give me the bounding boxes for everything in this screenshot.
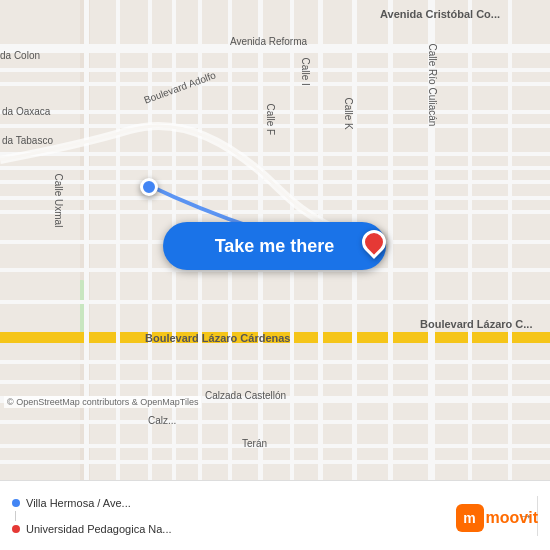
street-label-calle-k: Calle K: [343, 98, 354, 130]
from-label: Villa Hermosa / Ave...: [26, 497, 131, 509]
route-info: Villa Hermosa / Ave... Universidad Pedag…: [12, 495, 515, 537]
street-label-lazaro2: Boulevard Lázaro C...: [420, 318, 532, 330]
svg-rect-26: [84, 0, 89, 480]
svg-rect-28: [148, 0, 152, 480]
street-label-cristobal: Avenida Cristóbal Co...: [380, 8, 500, 20]
svg-rect-27: [116, 0, 120, 480]
dest-dot-icon: [12, 525, 20, 533]
destination-marker: [362, 230, 386, 254]
street-label-tabasco: da Tabasco: [2, 135, 53, 146]
moovit-logo: m moovit: [456, 504, 538, 532]
moovit-text: moovit: [486, 509, 538, 527]
svg-rect-36: [388, 0, 393, 480]
map-container: Avenida Cristóbal Co... Avenida Reforma …: [0, 0, 550, 480]
svg-rect-12: [0, 166, 550, 170]
to-label: Universidad Pedagogica Na...: [26, 523, 172, 535]
svg-rect-23: [0, 420, 550, 424]
street-label-reforma: Avenida Reforma: [230, 36, 307, 47]
svg-rect-20: [0, 360, 550, 364]
osm-attribution: © OpenStreetMap contributors & OpenMapTi…: [4, 396, 201, 408]
street-label-lazaro: Boulevard Lázaro Cárdenas: [145, 332, 291, 344]
svg-rect-25: [0, 460, 550, 464]
bottom-bar: Villa Hermosa / Ave... Universidad Pedag…: [0, 480, 550, 550]
svg-rect-15: [0, 210, 550, 214]
street-label-uxmal: Calle Uxmal: [53, 174, 64, 228]
svg-rect-24: [0, 444, 550, 448]
street-label-rio-culiacan: Calle Río Culiacán: [427, 44, 438, 127]
svg-rect-21: [0, 380, 550, 384]
street-label-teran: Terán: [242, 438, 267, 449]
origin-dot-icon: [12, 499, 20, 507]
street-label-calle-i: Calle I: [300, 58, 311, 86]
street-label-calz: Calz...: [148, 415, 176, 426]
take-me-there-button[interactable]: Take me there: [163, 222, 386, 270]
moovit-icon: m: [456, 504, 484, 532]
route-to: Universidad Pedagogica Na...: [12, 521, 515, 537]
svg-rect-8: [0, 82, 550, 86]
svg-rect-14: [0, 196, 550, 200]
svg-rect-39: [508, 0, 512, 480]
street-label-castellon: Calzada Castellón: [205, 390, 286, 401]
svg-rect-18: [0, 300, 550, 304]
route-from: Villa Hermosa / Ave...: [12, 495, 515, 511]
street-label-oaxaca: da Oaxaca: [2, 106, 50, 117]
street-label-colon: da Colon: [0, 50, 40, 61]
svg-rect-7: [0, 68, 550, 72]
origin-marker: [140, 178, 158, 196]
svg-rect-11: [0, 152, 550, 156]
svg-rect-38: [468, 0, 472, 480]
street-label-calle-f: Calle F: [265, 104, 276, 136]
